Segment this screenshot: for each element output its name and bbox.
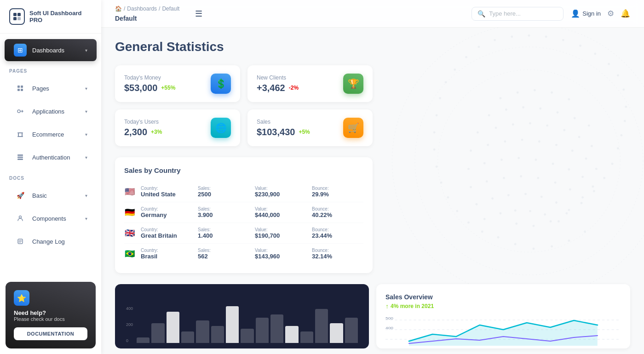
help-title: Need help? [14,309,65,316]
bar-5 [211,326,224,343]
svg-point-21 [528,34,530,37]
svg-point-100 [592,185,594,188]
svg-point-57 [497,236,500,239]
documentation-button[interactable]: DOCUMENTATION [14,327,87,340]
chevron-down-icon: ▾ [85,155,87,160]
stat-card-users: Today's Users 2,300 +3% 🌐 [115,109,240,146]
svg-rect-3 [17,17,21,20]
country-sales-uk: Sales: 1.400 [198,227,249,239]
svg-rect-14 [17,157,23,158]
svg-rect-11 [22,133,23,136]
search-box[interactable]: 🔍 [472,7,564,21]
svg-point-67 [568,98,570,101]
sidebar-item-ecommerce[interactable]: Ecommerce ▾ [5,123,97,145]
main-area: 🏠 / Dashboards / Default Default ☰ 🔍 👤 S… [101,0,644,354]
svg-point-26 [511,35,513,38]
svg-point-86 [521,139,523,141]
svg-point-29 [465,56,467,58]
svg-point-69 [505,108,507,111]
breadcrumb-dashboards: Dashboards [127,6,157,12]
country-name-usa: Country: United State [141,186,192,198]
sidebar-item-authentication[interactable]: Authentication ▾ [5,146,97,168]
svg-point-79 [546,125,548,127]
content-area: // generate dots - just place a pattern [101,28,644,354]
users-change: +3% [151,129,162,135]
svg-point-90 [585,158,587,160]
sidebar-item-pages[interactable]: Pages ▾ [5,77,97,99]
changelog-icon [14,235,27,248]
svg-rect-12 [17,136,23,137]
menu-button[interactable]: ☰ [191,7,206,21]
sidebar-item-dashboards[interactable]: ⊞ Dashboards ▾ [5,39,97,61]
sales-change: +5% [299,129,310,135]
svg-rect-5 [21,86,23,88]
logo-icon [9,8,25,25]
svg-point-97 [552,163,554,165]
bell-icon[interactable]: 🔔 [621,9,630,18]
signin-label: Sign in [582,10,601,17]
docs-section-label: DOCS [0,169,101,183]
sidebar-logo: Soft UI Dashboard PRO [0,0,101,34]
signin-button[interactable]: 👤 Sign in [571,9,601,18]
page-title: Default [115,15,137,22]
search-input[interactable] [489,10,558,17]
sidebar-item-basic[interactable]: 🚀 Basic ▾ [5,184,97,206]
stat-cards-grid: Today's Money $53,000 +55% 💲 New Clients… [115,65,373,146]
chevron-down-icon: ▾ [85,193,87,198]
home-icon: 🏠 [115,6,122,12]
svg-point-89 [571,149,574,152]
bar-4 [196,320,209,343]
svg-rect-2 [13,17,17,20]
svg-point-43 [611,163,614,165]
svg-point-32 [622,89,625,91]
clients-label: New Clients [257,74,299,81]
svg-rect-13 [17,154,23,156]
sidebar-item-pages-label: Pages [32,85,49,92]
bar-6 [226,306,239,343]
svg-point-72 [557,111,559,114]
svg-point-50 [565,212,568,215]
dashboards-icon: ⊞ [14,44,27,57]
sidebar-help-card: ⭐ Need help? Please check our docs DOCUM… [6,282,96,348]
svg-point-19 [415,47,643,275]
svg-rect-10 [18,133,19,136]
country-row-germany: 🇩🇪 Country: Germany Sales: 3.900 Value: … [124,202,363,223]
svg-point-120 [544,213,546,216]
chevron-down-icon: ▾ [85,132,87,137]
sidebar-nav: ⊞ Dashboards ▾ PAGES Pages ▾ Application… [0,34,101,276]
bar-0 [137,337,150,343]
topbar: 🏠 / Dashboards / Default Default ☰ 🔍 👤 S… [101,0,644,28]
sidebar-item-applications[interactable]: Applications ▾ [5,100,97,122]
svg-point-47 [447,196,449,199]
y-label-200: 200 [126,322,133,327]
chevron-down-icon: ▾ [85,86,87,91]
country-row-usa: 🇺🇸 Country: United State Sales: 2500 Val… [124,182,363,202]
country-value-uk: Value: $190,700 [255,227,306,239]
svg-point-102 [486,180,488,183]
country-row-brazil: 🇧🇷 Country: Brasil Sales: 562 Value: $14… [124,244,363,264]
breadcrumb-current: Default [162,6,179,12]
svg-point-113 [540,196,543,198]
trend-up-icon: ↑ [385,303,389,310]
sidebar-item-dashboards-label: Dashboards [32,47,64,54]
country-bounce-usa: Bounce: 29.9% [312,186,363,198]
sales-overview-change: 4% more in 2021 [391,303,434,309]
help-subtitle: Please check our docs [14,316,65,322]
sales-value: $103,430 [257,127,295,137]
svg-point-87 [538,140,540,143]
sidebar: Soft UI Dashboard PRO ⊞ Dashboards ▾ PAG… [0,0,101,354]
settings-icon[interactable]: ⚙ [607,9,614,18]
sidebar-item-components[interactable]: Components ▾ [5,207,97,229]
sidebar-item-changelog[interactable]: Change Log [5,230,97,252]
svg-point-92 [467,168,470,170]
svg-point-77 [512,123,514,126]
svg-rect-0 [13,13,17,16]
svg-marker-127 [409,320,598,346]
users-label: Today's Users [124,119,162,125]
money-label: Today's Money [124,74,175,81]
svg-rect-9 [17,132,23,133]
sidebar-item-basic-label: Basic [32,192,47,199]
svg-point-61 [568,240,570,242]
svg-point-68 [488,114,490,116]
svg-point-64 [517,91,519,94]
